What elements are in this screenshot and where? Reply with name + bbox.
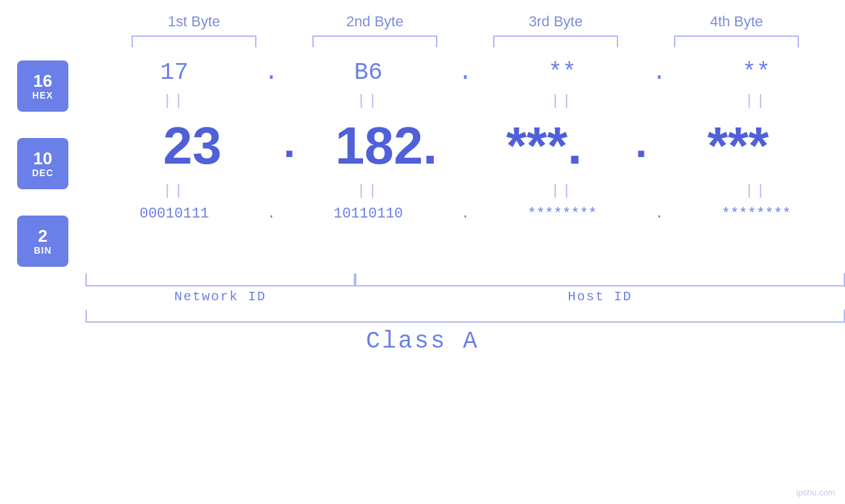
dec-cell-1: 23 [114, 116, 272, 176]
equals-1-1: || [95, 93, 253, 109]
badge-dec-number: 10 [34, 149, 53, 168]
hex-cell-1: 17 [95, 59, 253, 86]
hex-dot-3: . [641, 59, 677, 86]
badge-bin: 2 BIN [17, 216, 68, 267]
dec-value-3: ***. [506, 116, 583, 176]
equals-row-1: || || || || [85, 91, 845, 110]
network-id-label: Network ID [85, 289, 355, 304]
class-label-row: Class A [0, 328, 845, 355]
bin-cell-2: 10110110 [289, 206, 447, 222]
hex-value-row: 17 . B6 . ** . ** [85, 54, 845, 91]
watermark: ipshu.com [796, 488, 835, 497]
equals-1-2: || [289, 93, 447, 109]
bin-value-1: 00010111 [139, 206, 209, 222]
hex-value-2: B6 [354, 59, 382, 86]
equals-row-2: || || || || [85, 181, 845, 200]
dec-value-2: 182. [335, 116, 438, 176]
dec-value-4: *** [708, 116, 769, 176]
dec-cell-2: 182. [308, 116, 466, 176]
badge-bin-number: 2 [38, 227, 47, 246]
class-label: Class A [366, 328, 479, 355]
hex-value-4: ** [742, 59, 770, 86]
badges-column: 16 HEX 10 DEC 2 BIN [0, 54, 85, 273]
equals-2-4: || [677, 183, 835, 199]
dec-dot-3: . [623, 122, 660, 170]
bracket-host [355, 273, 845, 286]
top-brackets-row [104, 35, 827, 47]
hex-cell-2: B6 [289, 59, 447, 86]
equals-2-1: || [95, 183, 253, 199]
badge-bin-label: BIN [34, 245, 51, 256]
bottom-brackets-container [85, 273, 845, 286]
equals-1-3: || [483, 93, 641, 109]
bin-cell-1: 00010111 [95, 206, 253, 222]
bin-value-row: 00010111 . 10110110 . ******** . *******… [85, 200, 845, 227]
outer-bracket [85, 309, 845, 323]
hex-value-3: ** [548, 59, 576, 86]
byte-headers: 1st Byte 2nd Byte 3rd Byte 4th Byte [104, 13, 827, 30]
bracket-top-2 [312, 35, 437, 47]
bin-value-3: ******** [527, 206, 597, 222]
badge-hex-label: HEX [32, 90, 53, 101]
byte-label-4: 4th Byte [664, 13, 809, 30]
bin-dot-1: . [253, 206, 289, 222]
hex-cell-4: ** [677, 59, 835, 86]
dec-value-row: 23 . 182. ***. . *** [85, 110, 845, 181]
bin-value-2: 10110110 [333, 206, 403, 222]
bottom-section: Network ID Host ID [0, 273, 845, 323]
hex-dot-2: . [447, 59, 483, 86]
equals-cells-2: || || || || [85, 183, 845, 199]
main-container: 1st Byte 2nd Byte 3rd Byte 4th Byte 16 H… [0, 0, 845, 504]
byte-label-2: 2nd Byte [302, 13, 447, 30]
bracket-top-3 [493, 35, 618, 47]
bracket-top-4 [674, 35, 799, 47]
equals-2-2: || [289, 183, 447, 199]
dec-dot-1: . [272, 122, 308, 170]
equals-2-3: || [483, 183, 641, 199]
dec-cell-3: ***. [466, 116, 623, 176]
bin-cell-4: ******** [677, 206, 835, 222]
bottom-labels-row: Network ID Host ID [85, 289, 845, 304]
equals-cells-1: || || || || [85, 93, 845, 109]
byte-label-1: 1st Byte [122, 13, 266, 30]
badge-hex: 16 HEX [17, 60, 68, 112]
hex-dot-1: . [253, 59, 289, 86]
badge-dec-label: DEC [32, 168, 54, 178]
bin-cells: 00010111 . 10110110 . ******** . *******… [85, 206, 845, 222]
badge-dec: 10 DEC [17, 138, 68, 189]
bin-value-4: ******** [721, 206, 791, 222]
dec-cell-4: *** [660, 116, 817, 176]
hex-cell-3: ** [483, 59, 641, 86]
dec-value-1: 23 [163, 116, 222, 176]
hex-value-1: 17 [160, 59, 188, 86]
bin-cell-3: ******** [483, 206, 641, 222]
bin-dot-2: . [447, 206, 483, 222]
data-rows: 17 . B6 . ** . ** [85, 54, 845, 273]
byte-label-3: 3rd Byte [483, 13, 628, 30]
dec-cells: 23 . 182. ***. . *** [85, 116, 845, 176]
host-id-label: Host ID [355, 289, 845, 304]
bin-dot-3: . [641, 206, 677, 222]
bracket-network [85, 273, 355, 286]
badge-hex-number: 16 [34, 72, 53, 91]
hex-cells: 17 . B6 . ** . ** [85, 59, 845, 86]
equals-1-4: || [677, 93, 835, 109]
bracket-top-1 [132, 35, 256, 47]
